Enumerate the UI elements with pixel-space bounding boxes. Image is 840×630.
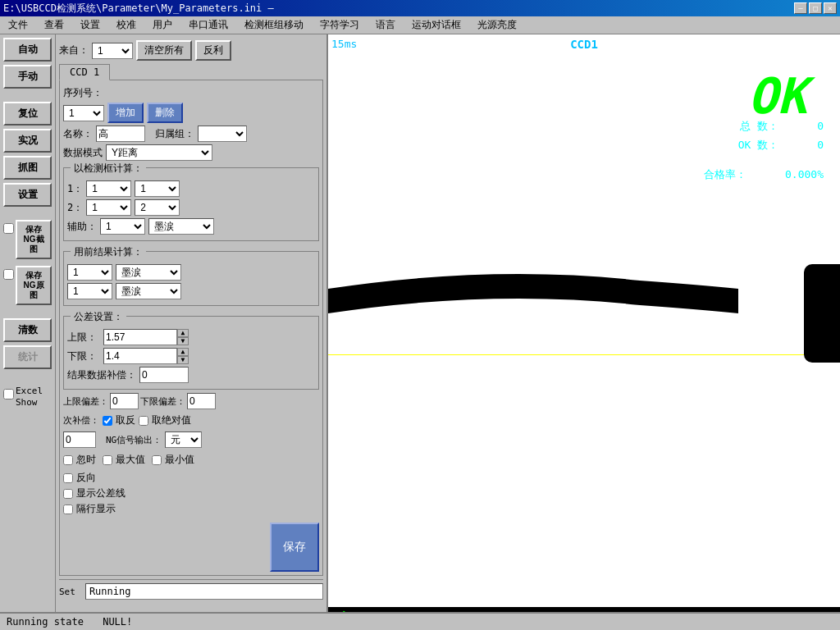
lower-limit-down[interactable]: ▼ xyxy=(177,356,189,364)
tolerance-title: 公差设置： xyxy=(71,310,126,324)
tolerance-group: 公差设置： 上限： ▲ ▼ 下限： xyxy=(63,316,319,390)
lower-limit-input[interactable] xyxy=(103,348,177,364)
upper-limit-label: 上限： xyxy=(67,331,100,345)
menu-language[interactable]: 语言 xyxy=(371,16,400,34)
detect-row2-sel2[interactable]: 2 xyxy=(135,199,180,216)
maximize-button[interactable]: □ xyxy=(809,2,822,14)
save-ng-screenshot-button[interactable]: 保存 NG截 图 xyxy=(16,220,52,259)
pass-rate-value: 0.000% xyxy=(785,168,824,180)
lower-limit-label: 下限： xyxy=(67,349,100,363)
minimize-button[interactable]: — xyxy=(794,2,807,14)
result-row1: 1 墨涙 xyxy=(67,264,315,281)
add-button[interactable]: 增加 xyxy=(107,103,144,123)
serial-controls-row: 1 增加 删除 xyxy=(63,103,319,123)
left-toolbar: 自动 手动 复位 实况 抓图 设置 保存 NG截 图 保存 NG原 图 清数 统… xyxy=(0,34,56,630)
ignore-checkbox[interactable]: 忽时 xyxy=(63,453,96,467)
state-label: Running state xyxy=(7,616,84,628)
detect-row2-sel1[interactable]: 1 xyxy=(86,199,131,216)
titlebar: E:\USBCCD检测系统\Parameter\My_Parameters.in… xyxy=(0,0,840,16)
detection-calc-group: 以检测框计算： 1： 1 1 2： 1 2 辅助： 1 墨涙 xyxy=(63,167,319,241)
detect-aux-row: 辅助： 1 墨涙 xyxy=(67,218,315,235)
interval-display-checkbox[interactable]: 隔行显示 xyxy=(63,502,319,516)
from-select[interactable]: 1 xyxy=(92,43,133,59)
take-back-label: 取反 xyxy=(116,413,135,427)
abs-checkbox[interactable]: 取绝对值 xyxy=(139,413,191,427)
capture-button[interactable]: 抓图 xyxy=(3,156,52,180)
menu-light[interactable]: 光源亮度 xyxy=(472,16,522,34)
save-ng-original-checkbox[interactable] xyxy=(3,269,14,280)
upper-limit-input[interactable] xyxy=(103,329,177,345)
take-back-checkbox[interactable]: 取反 xyxy=(103,413,135,427)
ok-row: OK 数： 0 xyxy=(704,135,824,154)
clear-button[interactable]: 清数 xyxy=(3,318,52,342)
upper-limit-down[interactable]: ▼ xyxy=(177,337,189,345)
reset-button[interactable]: 复位 xyxy=(3,102,52,126)
menu-file[interactable]: 文件 xyxy=(3,16,33,34)
upper-offset-input[interactable] xyxy=(110,393,139,409)
result-row2-sel1[interactable]: 1 xyxy=(67,283,112,299)
ng-signal-label: NG信号输出： xyxy=(106,434,162,446)
reverse-button[interactable]: 反利 xyxy=(195,40,231,61)
show-tolerance-checkbox[interactable]: 显示公差线 xyxy=(63,486,319,500)
live-button[interactable]: 实况 xyxy=(3,129,52,153)
group-select[interactable] xyxy=(198,126,247,142)
menu-user[interactable]: 用户 xyxy=(148,16,177,34)
detect-row1-sel2[interactable]: 1 xyxy=(135,180,180,197)
upper-limit-row: 上限： ▲ ▼ xyxy=(67,329,315,345)
detect-aux-label: 辅助： xyxy=(67,220,97,234)
upper-limit-up[interactable]: ▲ xyxy=(177,329,189,337)
min-val-checkbox[interactable]: 最小值 xyxy=(152,453,194,467)
menu-view[interactable]: 查看 xyxy=(39,16,69,34)
delete-button[interactable]: 删除 xyxy=(147,103,183,123)
menu-calibrate[interactable]: 校准 xyxy=(112,16,141,34)
data-mode-label: 数据模式 xyxy=(63,146,103,160)
result-comp-input[interactable] xyxy=(139,367,189,383)
excel-show-checkbox[interactable] xyxy=(3,389,14,399)
crosshair-horizontal xyxy=(328,354,840,355)
clear-all-button[interactable]: 清空所有 xyxy=(136,40,192,61)
close-button[interactable]: ✕ xyxy=(824,2,837,14)
secondary-comp-input[interactable] xyxy=(63,431,96,448)
lower-limit-up[interactable]: ▲ xyxy=(177,348,189,356)
stats-button[interactable]: 统计 xyxy=(3,345,52,369)
menu-motion-dialog[interactable]: 运动对话框 xyxy=(407,16,466,34)
auto-button[interactable]: 自动 xyxy=(3,38,52,62)
name-input[interactable] xyxy=(96,126,145,142)
menu-serial[interactable]: 串口通讯 xyxy=(184,16,233,34)
ccd-title: CCD1 xyxy=(570,38,598,51)
serial-number-row: 序列号： xyxy=(63,86,319,100)
lower-offset-input[interactable] xyxy=(187,393,216,409)
serial-select[interactable]: 1 xyxy=(63,105,104,121)
result-row2-sel2[interactable]: 墨涙 xyxy=(116,283,181,299)
titlebar-buttons: — □ ✕ xyxy=(794,2,837,14)
tab-ccd1[interactable]: CCD 1 xyxy=(59,64,110,80)
ng-signal-select[interactable]: 元 xyxy=(165,431,202,448)
upper-offset-label: 上限偏差： xyxy=(63,395,108,408)
set-label: Set xyxy=(59,587,75,597)
detect-aux-sel1[interactable]: 1 xyxy=(100,218,145,235)
save-ng-original-button[interactable]: 保存 NG原 图 xyxy=(16,266,52,305)
data-mode-select[interactable]: Y距离 xyxy=(106,144,212,161)
result-row1-sel1[interactable]: 1 xyxy=(67,264,112,281)
result-row1-sel2[interactable]: 墨涙 xyxy=(116,264,181,281)
detect-row1-label: 1： xyxy=(67,182,83,196)
data-mode-row: 数据模式 Y距离 xyxy=(63,144,319,161)
total-label: 总 数： xyxy=(740,120,778,132)
menu-settings[interactable]: 设置 xyxy=(75,16,105,34)
lower-limit-row: 下限： ▲ ▼ xyxy=(67,348,315,364)
center-panel: 来自： 1 清空所有 反利 CCD 1 序列号： 1 增加 删除 xyxy=(56,34,328,630)
menu-detect-move[interactable]: 检测框组移动 xyxy=(240,16,308,34)
save-ng-screenshot-checkbox[interactable] xyxy=(3,223,14,234)
detect-row1-sel1[interactable]: 1 xyxy=(86,180,131,197)
manual-button[interactable]: 手动 xyxy=(3,65,52,89)
detect-aux-sel2[interactable]: 墨涙 xyxy=(148,218,214,235)
checkbox-row1: 忽时 最大值 最小值 xyxy=(63,451,319,468)
reverse-checkbox[interactable]: 反向 xyxy=(63,471,319,485)
stats-panel: 总 数： 0 OK 数： 0 合格率： 0.000% xyxy=(704,116,824,184)
menu-char-learn[interactable]: 字符学习 xyxy=(315,16,364,34)
max-val-checkbox[interactable]: 最大值 xyxy=(103,453,145,467)
titlebar-title: E:\USBCCD检测系统\Parameter\My_Parameters.in… xyxy=(3,2,274,16)
detect-row1: 1： 1 1 xyxy=(67,180,315,197)
save-button[interactable]: 保存 xyxy=(270,523,319,572)
settings-button[interactable]: 设置 xyxy=(3,183,52,207)
